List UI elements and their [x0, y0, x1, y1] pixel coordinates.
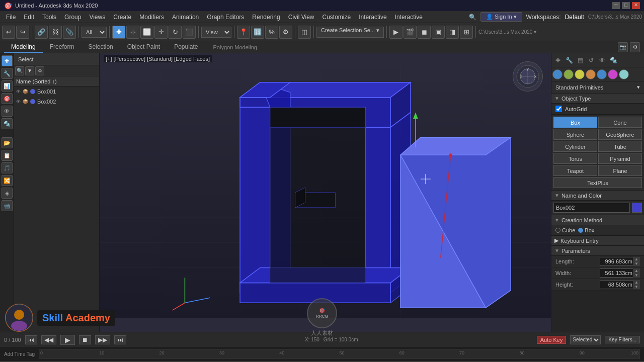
creation-method-header[interactable]: ▼ Creation Method: [551, 215, 644, 225]
obj-btn-teapot[interactable]: Teapot: [553, 165, 597, 176]
set-key-mode-dropdown[interactable]: Selected: [570, 335, 601, 344]
color-tab-lights[interactable]: [575, 69, 585, 79]
layer-icon[interactable]: 📋: [2, 150, 13, 161]
rp-tab-modify[interactable]: 🔧: [564, 55, 575, 66]
width-spin-up[interactable]: ▲: [633, 268, 640, 273]
rp-tab-hierarchy[interactable]: ▤: [575, 55, 586, 66]
name-and-color-header[interactable]: ▼ Name and Color: [551, 191, 644, 201]
filter-dropdown[interactable]: All: [82, 27, 107, 38]
parameters-header[interactable]: ▼ Parameters: [551, 246, 644, 256]
menu-file[interactable]: File: [2, 13, 20, 22]
rp-tab-display[interactable]: 👁: [597, 55, 608, 66]
track-icon[interactable]: 🎵: [2, 162, 13, 173]
rp-tab-utilities[interactable]: 🔩: [608, 55, 619, 66]
obj-btn-pyramid[interactable]: Pyramid: [598, 153, 642, 164]
tab-selection[interactable]: Selection: [81, 42, 120, 53]
redo-button[interactable]: ↪: [16, 26, 29, 39]
color-tab-geometry[interactable]: [552, 69, 562, 79]
obj-btn-textplus[interactable]: TextPlus: [553, 177, 642, 188]
render-frame-button[interactable]: ▣: [432, 26, 445, 39]
move-button[interactable]: ✛: [154, 26, 168, 39]
obj-btn-cone[interactable]: Cone: [598, 117, 642, 128]
schematic-icon[interactable]: 🔀: [2, 175, 13, 186]
menu-interactive[interactable]: Interactive: [391, 13, 427, 22]
close-button[interactable]: ✕: [632, 2, 640, 9]
menu-scripting[interactable]: Interactive: [355, 13, 390, 22]
video-icon[interactable]: 📹: [2, 200, 13, 211]
minimize-button[interactable]: ─: [612, 2, 620, 9]
play-button[interactable]: ▶: [60, 335, 75, 345]
menu-group[interactable]: Group: [60, 13, 85, 22]
scene-filter-btn[interactable]: ▼: [25, 66, 34, 75]
render-setup-button[interactable]: 🎬: [404, 26, 417, 39]
obj-btn-tube[interactable]: Tube: [598, 141, 642, 152]
material-icon[interactable]: ◈: [2, 188, 13, 199]
rp-tab-create[interactable]: ✚: [552, 55, 564, 66]
menu-modifiers[interactable]: Modifiers: [135, 13, 168, 22]
tab-freeform[interactable]: Freeform: [43, 42, 82, 53]
window-controls[interactable]: ─ □ ✕: [612, 2, 640, 9]
view-dropdown[interactable]: View: [201, 27, 231, 38]
tab-populate[interactable]: Populate: [167, 42, 205, 53]
render-button[interactable]: ◼: [418, 26, 431, 39]
prev-key-button[interactable]: ◀◀: [41, 335, 56, 344]
bind-button[interactable]: 📎: [63, 26, 76, 39]
create-icon[interactable]: ✚: [2, 55, 13, 66]
scene-search-btn[interactable]: 🔍: [15, 66, 24, 75]
add-time-tag-btn[interactable]: Add Time Tag: [4, 351, 35, 357]
menu-views[interactable]: Views: [85, 13, 109, 22]
cube-radio[interactable]: Cube: [555, 227, 575, 233]
right-panel-dropdown[interactable]: Standard Primitives ▾: [551, 81, 644, 94]
select-button[interactable]: ✚: [112, 26, 125, 39]
color-tab-systems[interactable]: [619, 69, 629, 79]
display-icon[interactable]: 👁: [2, 106, 13, 117]
autogrid-checkbox[interactable]: [555, 106, 562, 112]
select-move-button[interactable]: ⊹: [126, 26, 139, 39]
obj-btn-geosphere[interactable]: GeoSphere: [598, 129, 642, 140]
menu-edit[interactable]: Edit: [20, 13, 38, 22]
animate-button[interactable]: ▶: [389, 26, 403, 39]
rp-tab-motion[interactable]: ↺: [586, 55, 597, 66]
snap-settings-button[interactable]: ⚙: [279, 26, 292, 39]
scene-item[interactable]: 👁 📦 Box002: [14, 97, 99, 107]
timeline-track[interactable]: 0 10 20 30 40 50 60 70 80 90 100: [39, 349, 640, 359]
next-key-button[interactable]: ▶▶: [95, 335, 110, 344]
next-frame-button[interactable]: ⏭: [114, 335, 126, 344]
menu-rendering[interactable]: Rendering: [248, 13, 284, 22]
object-type-header[interactable]: ▼ Object Type: [551, 94, 644, 104]
stop-button[interactable]: ⏹: [79, 335, 91, 344]
settings-btn[interactable]: ⚙: [630, 42, 640, 52]
maximize-button[interactable]: □: [622, 2, 630, 9]
percent-snap-button[interactable]: %: [265, 26, 278, 39]
width-spin-down[interactable]: ▼: [633, 273, 640, 278]
scale-button[interactable]: ⬛: [183, 26, 196, 39]
name-input[interactable]: [553, 203, 630, 213]
tab-object-paint[interactable]: Object Paint: [120, 42, 167, 53]
motion-icon[interactable]: 🎯: [2, 93, 13, 104]
color-tab-spacewarps[interactable]: [608, 69, 618, 79]
sign-in-button[interactable]: 👤 Sign In ▾: [480, 12, 522, 22]
activeshade-button[interactable]: ◨: [446, 26, 459, 39]
scene-config-btn[interactable]: ⚙: [35, 66, 44, 75]
cam-button[interactable]: 📷: [618, 42, 628, 52]
hierarchy-icon[interactable]: 📊: [2, 80, 13, 92]
link-button[interactable]: 🔗: [35, 26, 48, 39]
menu-tools[interactable]: Tools: [38, 13, 60, 22]
select-region-button[interactable]: ⬜: [140, 26, 153, 39]
menu-graph-editors[interactable]: Graph Editors: [203, 13, 248, 22]
obj-btn-box[interactable]: Box: [553, 117, 597, 128]
render-region-button[interactable]: ⊞: [460, 26, 473, 39]
color-tab-helpers[interactable]: [597, 69, 607, 79]
menu-animation[interactable]: Animation: [168, 13, 203, 22]
keyboard-entry-header[interactable]: ▶ Keyboard Entry: [551, 236, 644, 246]
tab-modeling[interactable]: Modeling: [4, 42, 43, 53]
rotate-button[interactable]: ↻: [169, 26, 182, 39]
auto-key-button[interactable]: Auto Key: [537, 336, 567, 344]
undo-button[interactable]: ↩: [2, 26, 15, 39]
modify-icon[interactable]: 🔧: [2, 68, 13, 79]
length-spin-down[interactable]: ▼: [633, 261, 640, 266]
obj-btn-plane[interactable]: Plane: [598, 165, 642, 176]
menu-civil-view[interactable]: Civil View: [284, 13, 318, 22]
height-spin-up[interactable]: ▲: [633, 280, 640, 285]
create-selection-button[interactable]: Create Selection Se... ▾: [316, 27, 384, 38]
